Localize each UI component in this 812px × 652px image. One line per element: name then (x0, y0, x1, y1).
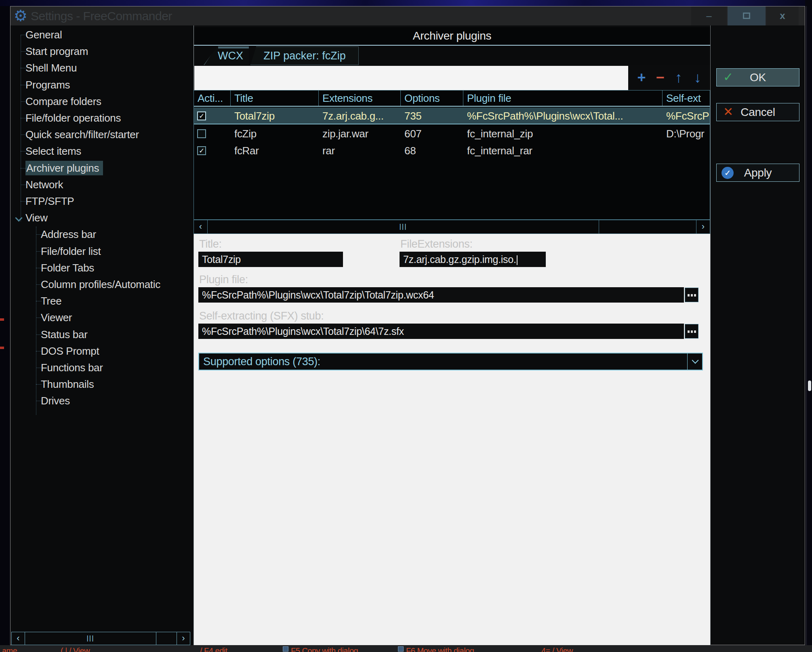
scroll-left-icon[interactable]: ‹ (194, 220, 208, 233)
panel-divider (710, 25, 711, 646)
scroll-left-icon[interactable]: ‹ (12, 632, 25, 645)
plugin-tabs: WCX ZIP packer: fcZip (194, 46, 710, 65)
functionbar-fragment: ame (2, 646, 17, 652)
browse-plugin-file-button[interactable] (685, 288, 698, 302)
cell-extensions: 7z.arj.cab.g... (319, 107, 401, 124)
sidebar-item-select-items[interactable]: Select items (13, 143, 81, 159)
add-plugin-button[interactable]: + (633, 66, 650, 90)
sidebar-item-address-bar[interactable]: Address bar (13, 227, 96, 242)
move-down-button[interactable]: ↓ (690, 66, 706, 90)
column-header-extensions[interactable]: Extensions (319, 90, 401, 106)
table-row-fczip[interactable]: fcZip zip.jar.war 607 fc_internal_zip D:… (194, 125, 710, 142)
sidebar-item-compare-folders[interactable]: Compare folders (13, 94, 101, 109)
sfx-stub-field[interactable]: %FcSrcPath%\Plugins\wcx\Total7zip\64\7z.… (198, 324, 684, 339)
plugin-filter-input[interactable] (194, 66, 628, 90)
background-window-edge (806, 6, 807, 645)
check-icon: ✓ (723, 69, 733, 86)
cell-plugin-file: fc_internal_rar (463, 142, 663, 159)
move-up-button[interactable]: ↑ (671, 66, 687, 90)
table-row-fcrar[interactable]: ✓ fcRar rar 68 fc_internal_rar (194, 142, 710, 159)
page-title: Archiver plugins (194, 27, 710, 46)
tab-wcx[interactable]: WCX (204, 46, 249, 65)
functionbar-fragment: / F4 edit (200, 646, 227, 652)
sidebar-item-view[interactable]: View (13, 210, 48, 225)
close-button[interactable]: x (766, 6, 799, 25)
minimize-button[interactable]: – (691, 6, 727, 25)
sidebar-item-start-program[interactable]: Start program (13, 44, 88, 59)
text-caret (517, 255, 517, 265)
table-horizontal-scrollbar[interactable]: ‹ ||| › (194, 220, 710, 234)
desktop-left-strip (0, 6, 10, 645)
sidebar-item-file-folder-list[interactable]: File/folder list (13, 244, 101, 259)
tab-zip-packer[interactable]: ZIP packer: fcZip (250, 46, 359, 65)
maximize-button[interactable] (728, 6, 766, 25)
sfx-stub-label: Self-extracting (SFX) stub: (199, 310, 324, 322)
apply-button[interactable]: ✓ Apply (716, 164, 799, 182)
sidebar-item-archiver-plugins[interactable]: Archiver plugins (13, 160, 103, 176)
cell-title: fcRar (231, 142, 319, 159)
cell-title: fcZip (231, 125, 319, 142)
scroll-right-icon[interactable]: › (177, 632, 190, 645)
sidebar-item-status-bar[interactable]: Status bar (13, 327, 88, 342)
scrollbar-thumb[interactable]: ||| (208, 220, 599, 233)
sidebar-horizontal-scrollbar[interactable]: ‹ ||| › (11, 632, 190, 645)
sidebar-item-drives[interactable]: Drives (13, 393, 70, 408)
sidebar-item-thumbnails[interactable]: Thumbnails (13, 376, 94, 392)
column-header-plugin-file[interactable]: Plugin file (463, 90, 663, 106)
active-checkbox[interactable]: ✓ (197, 146, 206, 155)
window-title: Settings - FreeCommander (31, 9, 172, 23)
settings-gear-icon: ⚙ (14, 6, 27, 25)
sidebar-item-functions-bar[interactable]: Functions bar (13, 360, 103, 375)
sidebar-item-quick-search[interactable]: Quick search/filter/starter (13, 127, 139, 142)
column-header-options[interactable]: Options (401, 90, 463, 106)
column-header-self-ext[interactable]: Self-ext (663, 90, 710, 106)
cell-options: 607 (401, 125, 463, 142)
sidebar-item-general[interactable]: General (13, 27, 62, 42)
sidebar-item-ftp-sftp[interactable]: FTP/SFTP (13, 193, 74, 209)
column-header-title[interactable]: Title (231, 90, 319, 106)
ok-button[interactable]: ✓ OK (716, 68, 799, 86)
chevron-down-icon[interactable] (15, 214, 23, 221)
browse-sfx-stub-button[interactable] (685, 324, 698, 339)
sidebar-item-network[interactable]: Network (13, 177, 63, 192)
chevron-down-icon[interactable] (692, 358, 698, 364)
cell-self-ext (663, 142, 710, 159)
scrollbar-thumb[interactable]: ||| (25, 632, 156, 645)
title-field[interactable]: Total7zip (198, 252, 343, 267)
sidebar-item-programs[interactable]: Programs (13, 77, 70, 93)
sidebar-item-folder-tabs[interactable]: Folder Tabs (13, 260, 94, 276)
remove-plugin-button[interactable]: − (652, 66, 668, 90)
table-row-total7zip[interactable]: ✓ Total7zip 7z.arj.cab.g... 735 %FcSrcPa… (194, 107, 710, 124)
file-extensions-label: FileExtensions: (400, 238, 473, 250)
plugin-file-field[interactable]: %FcSrcPath%\Plugins\wcx\Total7zip\Total7… (198, 287, 684, 303)
clipped-red-text-fragment (0, 347, 4, 349)
functionbar-fragment: ( | / View (61, 646, 90, 652)
dropdown-separator (687, 353, 688, 370)
file-extensions-field[interactable]: 7z.arj.cab.gz.gzip.img.iso. (400, 252, 546, 267)
column-header-active[interactable]: Acti... (194, 90, 231, 106)
sidebar-item-file-folder-operations[interactable]: File/folder operations (13, 110, 121, 126)
scroll-right-icon[interactable]: › (696, 220, 710, 233)
active-checkbox[interactable]: ✓ (197, 111, 206, 120)
sidebar-item-tree[interactable]: Tree (13, 293, 61, 309)
plugins-table: Acti... Title Extensions Options Plugin … (194, 90, 710, 220)
x-icon: ✕ (723, 103, 733, 121)
plugin-detail-form: Title: Total7zip FileExtensions: 7z.arj.… (194, 234, 710, 646)
desktop-right-strip (805, 0, 812, 652)
dialog-mini-icon (283, 646, 288, 652)
sidebar-item-viewer[interactable]: Viewer (13, 310, 72, 325)
sidebar-item-dos-prompt[interactable]: DOS Prompt (13, 343, 99, 359)
sidebar-item-shell-menu[interactable]: Shell Menu (13, 60, 77, 76)
active-checkbox[interactable] (197, 129, 206, 138)
screen: ame ( | / View / F4 edit F5 Copy with di… (0, 0, 812, 652)
cell-plugin-file: fc_internal_zip (463, 125, 663, 142)
supported-options-dropdown[interactable]: Supported options (735): (198, 353, 703, 370)
sidebar-item-column-profiles[interactable]: Column profiles/Automatic (13, 277, 160, 292)
apply-check-icon: ✓ (722, 167, 734, 179)
cell-options: 735 (401, 107, 463, 124)
functionbar-fragment: F5 Copy with dialog (283, 646, 358, 652)
desktop-top-strip (0, 0, 812, 6)
cell-extensions: rar (319, 142, 401, 159)
titlebar[interactable]: ⚙ Settings - FreeCommander – x (11, 6, 805, 25)
cancel-button[interactable]: ✕ Cancel (716, 103, 799, 121)
